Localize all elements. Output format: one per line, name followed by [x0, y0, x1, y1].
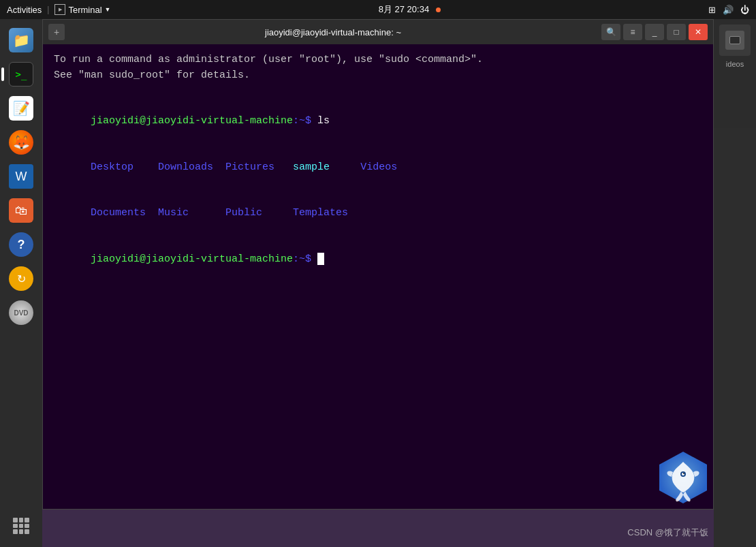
- update-icon: ↻: [9, 266, 33, 291]
- dock-item-terminal[interactable]: >_: [5, 59, 37, 90]
- writer-icon: W: [9, 164, 33, 189]
- command-ls: ls: [311, 115, 330, 127]
- separator: |: [47, 5, 49, 14]
- desktop-area: [42, 510, 714, 547]
- prompt-user-2: jiaoyidi@jiaoyidi-virtual-machine: [91, 253, 293, 265]
- dock-item-editor[interactable]: [5, 93, 37, 124]
- dock: >_ 🦊 W 🛍 ? ↻ DVD: [0, 19, 42, 547]
- new-tab-button[interactable]: +: [48, 24, 65, 40]
- maximize-button[interactable]: □: [667, 24, 686, 40]
- command-line-2: jiaoyidi@jiaoyidi-virtual-machine:~$: [54, 236, 702, 283]
- window-controls: 🔍 ≡ _ □ ✕: [601, 24, 708, 40]
- dock-item-dvd[interactable]: DVD: [5, 297, 37, 328]
- hamburger-button[interactable]: ≡: [623, 24, 642, 40]
- dock-item-firefox[interactable]: 🦊: [5, 127, 37, 158]
- cursor: [317, 253, 324, 265]
- dir-public: Public: [225, 207, 293, 219]
- terminal-icon: >_: [9, 62, 33, 87]
- appgrid-icon: [9, 514, 33, 538]
- dir-documents: Documents: [91, 207, 158, 219]
- prompt-path-1: :~$: [293, 115, 311, 127]
- dir-videos: Videos: [360, 161, 397, 173]
- ls-output-row2: Documents Music Public Templates: [54, 191, 702, 237]
- minimize-button[interactable]: _: [645, 24, 664, 40]
- dock-item-appstore[interactable]: 🛍: [5, 195, 37, 226]
- system-tray: ⊞ 🔊 ⏻: [708, 5, 749, 15]
- watermark: CSDN @饿了就干饭: [627, 527, 708, 539]
- dvd-icon: DVD: [9, 300, 33, 325]
- right-side-panel: ideos: [714, 19, 756, 128]
- dock-item-appgrid[interactable]: [5, 510, 37, 542]
- svg-point-3: [683, 473, 684, 474]
- help-icon: ?: [9, 232, 33, 257]
- dock-item-help[interactable]: ?: [5, 229, 37, 260]
- close-button[interactable]: ✕: [689, 24, 708, 40]
- files-icon: [9, 28, 33, 52]
- dir-downloads: Downloads: [158, 161, 225, 173]
- firefox-icon: 🦊: [9, 130, 33, 155]
- dock-item-writer[interactable]: W: [5, 161, 37, 192]
- power-icon[interactable]: ⏻: [740, 5, 749, 15]
- dock-item-files[interactable]: [5, 25, 37, 56]
- videos-label: ideos: [726, 60, 744, 68]
- editor-icon: [9, 96, 33, 121]
- activities-button[interactable]: Activities: [7, 5, 42, 15]
- dir-templates: Templates: [293, 207, 348, 219]
- terminal-menu[interactable]: Terminal ▼: [54, 4, 110, 15]
- panel-icon[interactable]: [719, 25, 751, 56]
- terminal-menu-label: Terminal: [68, 5, 101, 15]
- search-button[interactable]: 🔍: [601, 24, 620, 40]
- dock-item-update[interactable]: ↻: [5, 263, 37, 294]
- ls-output-row1: Desktop Downloads Pictures sample Videos: [54, 144, 702, 191]
- info-text: To run a command as administrator (user …: [54, 52, 702, 83]
- datetime: 8月 27 20:34: [379, 4, 429, 14]
- volume-icon[interactable]: 🔊: [723, 5, 734, 15]
- terminal-titlebar: + jiaoyidi@jiaoyidi-virtual-machine: ~ 🔍…: [43, 20, 713, 44]
- file-sample: sample: [293, 161, 360, 173]
- dir-music: Music: [158, 207, 225, 219]
- terminal-menu-arrow: ▼: [105, 6, 111, 13]
- bird-logo: [652, 448, 714, 510]
- top-bar: Activities | Terminal ▼ 8月 27 20:34 ⊞ 🔊 …: [0, 0, 756, 19]
- dir-pictures: Pictures: [225, 161, 293, 173]
- prompt-user-1: jiaoyidi@jiaoyidi-virtual-machine: [91, 115, 293, 127]
- status-dot: [436, 7, 441, 12]
- terminal-window: + jiaoyidi@jiaoyidi-virtual-machine: ~ 🔍…: [42, 19, 714, 510]
- terminal-title: jiaoyidi@jiaoyidi-virtual-machine: ~: [65, 27, 601, 37]
- terminal-menu-icon: [54, 4, 65, 15]
- network-icon[interactable]: ⊞: [708, 5, 716, 15]
- terminal-content[interactable]: To run a command as administrator (user …: [43, 44, 713, 509]
- appstore-icon: 🛍: [9, 198, 33, 223]
- prompt-path-2: :~$: [293, 253, 311, 265]
- dir-desktop: Desktop: [91, 161, 158, 173]
- command-line-1: jiaoyidi@jiaoyidi-virtual-machine:~$ ls: [54, 99, 702, 145]
